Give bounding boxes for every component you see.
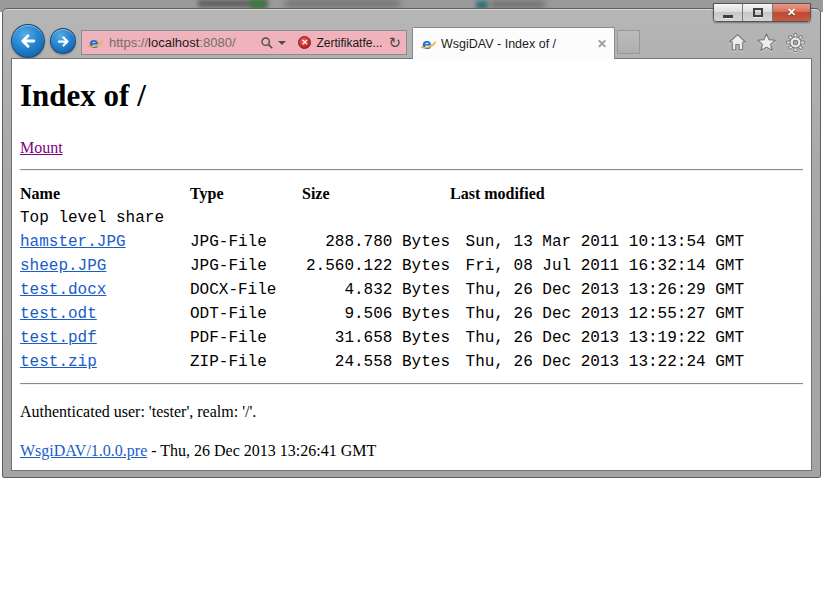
file-size: 2.560.122 Bytes bbox=[302, 254, 450, 278]
file-modified: Thu, 26 Dec 2013 12:55:27 GMT bbox=[450, 302, 744, 326]
file-size: 288.780 Bytes bbox=[302, 230, 450, 254]
wsgidav-index-page: Index of / Mount Name Type Size Last mod… bbox=[12, 77, 811, 460]
file-type: ZIP-File bbox=[190, 350, 302, 374]
search-icon[interactable] bbox=[260, 36, 274, 50]
file-type: ODT-File bbox=[190, 302, 302, 326]
file-link[interactable]: test.zip bbox=[20, 353, 97, 371]
url-text[interactable]: https://localhost:8080/ bbox=[109, 35, 236, 50]
file-size: 9.506 Bytes bbox=[302, 302, 450, 326]
tab-title: WsgiDAV - Index of / bbox=[441, 37, 597, 51]
file-size: 31.658 Bytes bbox=[302, 326, 450, 350]
divider-bottom bbox=[20, 383, 803, 385]
tab-close-icon[interactable]: ✕ bbox=[597, 37, 607, 51]
file-modified: Thu, 26 Dec 2013 13:19:22 GMT bbox=[450, 326, 744, 350]
new-tab-button[interactable] bbox=[617, 30, 640, 54]
file-link[interactable]: sheep.JPG bbox=[20, 257, 106, 275]
file-table-header-row: Name Type Size Last modified bbox=[20, 182, 744, 206]
url-scheme: https:// bbox=[109, 35, 148, 50]
ie-logo-icon: e bbox=[87, 35, 103, 51]
file-size: 4.832 Bytes bbox=[302, 278, 450, 302]
settings-gear-icon[interactable] bbox=[785, 32, 806, 53]
certificate-error-icon: ✕ bbox=[298, 36, 311, 49]
window-close-icon: ✕ bbox=[787, 4, 796, 21]
window-close-button[interactable]: ✕ bbox=[773, 4, 810, 21]
browser-tab[interactable]: e WsgiDAV - Index of / ✕ bbox=[412, 27, 615, 59]
certificate-error-x: ✕ bbox=[302, 39, 309, 47]
home-icon[interactable] bbox=[727, 32, 748, 53]
wsgidav-version-link[interactable]: WsgiDAV/1.0.0.pre bbox=[20, 442, 147, 459]
file-row: test.pdf PDF-File 31.658 Bytes Thu, 26 D… bbox=[20, 326, 744, 350]
file-modified: Fri, 08 Jul 2011 16:32:14 GMT bbox=[450, 254, 744, 278]
share-note: Top level share bbox=[20, 206, 744, 230]
file-type: JPG-File bbox=[190, 230, 302, 254]
favorites-star-icon[interactable] bbox=[756, 32, 777, 53]
mount-link[interactable]: Mount bbox=[20, 139, 63, 156]
arrow-right-icon bbox=[55, 33, 72, 50]
window-controls: ✕ bbox=[713, 3, 811, 22]
maximize-icon bbox=[753, 8, 763, 17]
server-signature: WsgiDAV/1.0.0.pre - Thu, 26 Dec 2013 13:… bbox=[20, 441, 803, 460]
address-bar[interactable]: e https://localhost:8080/ ✕ Zertifikatfe… bbox=[81, 30, 407, 55]
url-host: localhost bbox=[148, 35, 199, 50]
ie-logo-icon: e bbox=[420, 36, 436, 52]
share-note-row: Top level share bbox=[20, 206, 744, 230]
desktop-smudge bbox=[490, 1, 545, 8]
minimize-button[interactable] bbox=[714, 4, 743, 21]
file-modified: Sun, 13 Mar 2011 10:13:54 GMT bbox=[450, 230, 744, 254]
certificate-error-label: Zertifikatfe... bbox=[316, 36, 382, 50]
file-row: hamster.JPG JPG-File 288.780 Bytes Sun, … bbox=[20, 230, 744, 254]
maximize-button[interactable] bbox=[743, 4, 773, 21]
search-dropdown-caret-icon[interactable] bbox=[278, 41, 286, 45]
file-modified: Thu, 26 Dec 2013 13:26:29 GMT bbox=[450, 278, 744, 302]
svg-text:e: e bbox=[422, 36, 432, 52]
file-row: test.docx DOCX-File 4.832 Bytes Thu, 26 … bbox=[20, 278, 744, 302]
back-button[interactable] bbox=[11, 24, 45, 58]
page-title: Index of / bbox=[20, 77, 803, 115]
certificate-error-button[interactable]: ✕ Zertifikatfe... bbox=[298, 36, 382, 50]
file-table: Name Type Size Last modified Top level s… bbox=[20, 182, 744, 374]
file-row: test.zip ZIP-File 24.558 Bytes Thu, 26 D… bbox=[20, 350, 744, 374]
url-port-path: :8080/ bbox=[199, 35, 235, 50]
browser-window: ✕ e https://localhost:8080/ bbox=[2, 8, 821, 478]
forward-button[interactable] bbox=[50, 28, 76, 54]
file-table-body: Top level share hamster.JPG JPG-File 288… bbox=[20, 206, 744, 374]
file-modified: Thu, 26 Dec 2013 13:22:24 GMT bbox=[450, 350, 744, 374]
column-header-size: Size bbox=[302, 182, 450, 206]
file-row: sheep.JPG JPG-File 2.560.122 Bytes Fri, … bbox=[20, 254, 744, 278]
divider-top bbox=[20, 169, 803, 171]
file-size: 24.558 Bytes bbox=[302, 350, 450, 374]
column-header-name: Name bbox=[20, 182, 190, 206]
file-type: DOCX-File bbox=[190, 278, 302, 302]
svg-text:e: e bbox=[89, 35, 99, 51]
file-link[interactable]: hamster.JPG bbox=[20, 233, 126, 251]
column-header-modified: Last modified bbox=[450, 182, 744, 206]
column-header-type: Type bbox=[190, 182, 302, 206]
file-link[interactable]: test.docx bbox=[20, 281, 106, 299]
browser-viewport: Index of / Mount Name Type Size Last mod… bbox=[11, 58, 812, 471]
address-bar-actions: ✕ Zertifikatfe... ↻ bbox=[260, 35, 401, 50]
file-link[interactable]: test.odt bbox=[20, 305, 97, 323]
mount-line: Mount bbox=[20, 138, 803, 157]
file-type: PDF-File bbox=[190, 326, 302, 350]
server-timestamp: - Thu, 26 Dec 2013 13:26:41 GMT bbox=[147, 442, 376, 459]
arrow-left-icon bbox=[17, 30, 39, 52]
browser-toolbar bbox=[727, 32, 806, 53]
file-type: JPG-File bbox=[190, 254, 302, 278]
screenshot-canvas: ✕ e https://localhost:8080/ bbox=[0, 0, 823, 600]
file-link[interactable]: test.pdf bbox=[20, 329, 97, 347]
auth-status: Authenticated user: 'tester', realm: '/'… bbox=[20, 402, 803, 421]
file-row: test.odt ODT-File 9.506 Bytes Thu, 26 De… bbox=[20, 302, 744, 326]
refresh-icon[interactable]: ↻ bbox=[388, 35, 401, 50]
minimize-icon bbox=[723, 15, 733, 18]
desktop-smudge bbox=[285, 0, 400, 7]
